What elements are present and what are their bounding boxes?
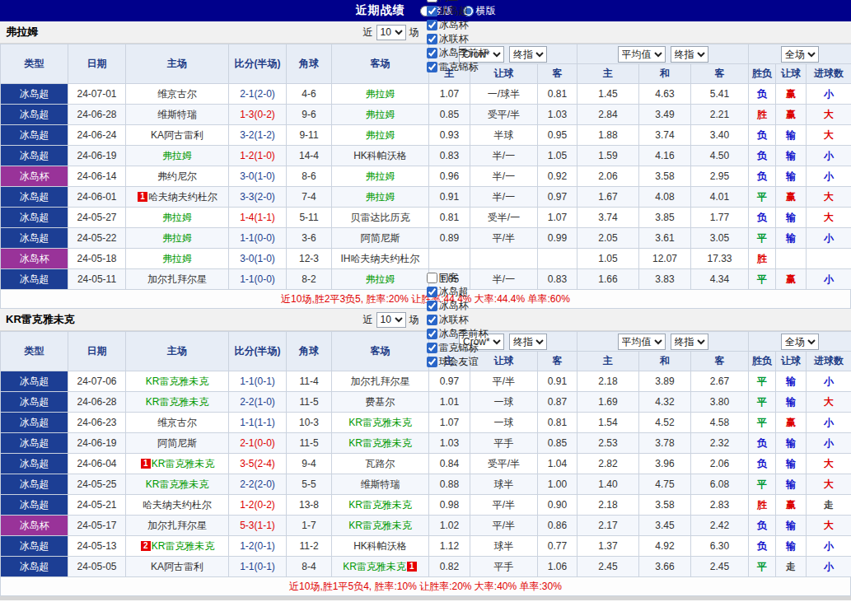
final-odds-select[interactable]: 终指 xyxy=(671,46,708,63)
away-team[interactable]: KR雷克雅未克 xyxy=(348,437,412,449)
away-team[interactable]: 加尔扎拜尔星 xyxy=(351,376,410,387)
filter-checkbox[interactable]: 同客 xyxy=(427,271,489,285)
result-goals: 大 xyxy=(807,105,851,125)
scope-select[interactable]: 全场 xyxy=(781,334,819,350)
away-team[interactable]: HK科帕沃格 xyxy=(353,150,407,161)
filter-checkbox-input[interactable] xyxy=(427,6,437,16)
home-team[interactable]: 阿简尼斯 xyxy=(157,437,197,449)
avg-select[interactable]: 平均值 xyxy=(618,46,666,63)
home-team[interactable]: KR雷克雅未克 xyxy=(146,478,209,490)
home-team[interactable]: KR雷克雅未克 xyxy=(146,396,209,408)
filter-checkbox[interactable]: 冰岛季前杯 xyxy=(427,46,489,60)
away-team[interactable]: 贝雷达比历克 xyxy=(351,212,410,223)
match-row: 冰岛超24-06-011哈夫纳夫约杜尔3-3(2-0)7-4弗拉姆0.91半/一… xyxy=(1,187,851,208)
home-team[interactable]: 弗拉姆 xyxy=(162,253,192,264)
home-team[interactable]: KR雷克雅未克 xyxy=(146,376,209,387)
result-outcome: 平 xyxy=(749,228,776,249)
home-team[interactable]: 加尔扎拜尔星 xyxy=(147,520,207,531)
home-team[interactable]: KR雷克雅未克 xyxy=(152,458,215,469)
odds-away: 0.87 xyxy=(538,392,577,413)
away-team[interactable]: 弗拉姆 xyxy=(366,88,395,100)
corners-cell: 9-11 xyxy=(287,125,332,146)
filter-checkbox-input[interactable] xyxy=(427,48,437,58)
match-count-select[interactable]: 10 xyxy=(376,312,406,328)
filter-checkbox[interactable]: 冰岛超 xyxy=(427,285,489,299)
home-team[interactable]: 加尔扎拜尔星 xyxy=(147,273,207,285)
home-team[interactable]: 弗约尼尔 xyxy=(157,170,197,182)
home-team[interactable]: KA阿古雷利 xyxy=(151,129,203,141)
filter-checkbox-input[interactable] xyxy=(427,34,437,44)
away-team[interactable]: KR雷克雅未克 xyxy=(348,520,412,531)
filter-checkbox[interactable]: 冰联杯 xyxy=(427,32,489,46)
avg-select[interactable]: 平均值 xyxy=(618,334,666,350)
away-team[interactable]: IH哈夫纳夫约杜尔 xyxy=(341,253,420,264)
result-goals: 小 xyxy=(807,228,851,249)
home-team-cell: 弗拉姆 xyxy=(126,146,229,166)
result-goals: 大 xyxy=(807,516,851,536)
final-odds-select[interactable]: 终指 xyxy=(509,46,547,63)
away-team-cell: KR雷克雅未克 xyxy=(332,495,429,516)
filter-checkbox-input[interactable] xyxy=(427,343,437,353)
result-outcome: 胜 xyxy=(749,105,776,125)
away-team[interactable]: 瓦路尔 xyxy=(366,458,395,469)
filter-checkbox-input[interactable] xyxy=(427,0,437,2)
date-cell: 24-07-01 xyxy=(68,84,126,105)
filter-checkbox[interactable]: 球会友谊 xyxy=(427,355,489,369)
result-goals: 小 xyxy=(807,146,851,166)
away-team[interactable]: KR雷克雅未克 xyxy=(348,499,412,511)
home-team[interactable]: KA阿古雷利 xyxy=(151,561,203,572)
league-cell: 冰岛超 xyxy=(1,371,68,392)
home-team[interactable]: 弗拉姆 xyxy=(162,232,192,244)
away-team[interactable]: KR雷克雅未克 xyxy=(348,417,412,428)
avg-home: 2.45 xyxy=(577,557,639,577)
filter-checkbox-input[interactable] xyxy=(427,273,437,283)
away-team[interactable]: KR雷克雅未克 xyxy=(343,561,406,572)
away-team[interactable]: 维斯特瑞 xyxy=(361,478,400,490)
avg-away: 4.34 xyxy=(691,269,749,290)
home-team[interactable]: 维斯特瑞 xyxy=(157,109,197,120)
result-outcome: 平 xyxy=(749,371,776,392)
filter-checkbox-input[interactable] xyxy=(427,357,437,367)
away-team[interactable]: 弗拉姆 xyxy=(366,191,395,203)
filter-checkbox[interactable]: 冰联杯 xyxy=(427,313,489,327)
away-team[interactable]: 弗拉姆 xyxy=(366,170,395,182)
league-cell: 冰岛超 xyxy=(1,536,68,557)
filter-checkbox[interactable]: 冰岛杯 xyxy=(427,18,489,32)
league-cell: 冰岛超 xyxy=(1,228,68,249)
away-team[interactable]: 弗拉姆 xyxy=(366,129,395,141)
team-section: 弗拉姆 近 10 场 同主冰岛超冰岛杯冰联杯冰岛季前杯雷克锦标 类型日期主场比分… xyxy=(0,21,851,309)
filter-checkbox[interactable]: 雷克锦标 xyxy=(427,341,489,355)
filter-checkbox[interactable]: 雷克锦标 xyxy=(427,60,489,74)
final-odds-select[interactable]: 终指 xyxy=(671,334,708,350)
result-outcome: 负 xyxy=(749,516,776,536)
home-team[interactable]: 维京古尔 xyxy=(157,88,197,100)
filter-checkbox[interactable]: 冰岛杯 xyxy=(427,299,489,313)
result-handicap: 输 xyxy=(776,536,807,557)
filter-checkbox-input[interactable] xyxy=(427,20,437,30)
home-team[interactable]: 维京古尔 xyxy=(157,417,197,428)
filter-checkbox-input[interactable] xyxy=(427,62,437,72)
home-team[interactable]: 哈夫纳夫约杜尔 xyxy=(148,191,217,203)
final-odds-select[interactable]: 终指 xyxy=(509,334,547,350)
away-team[interactable]: 阿简尼斯 xyxy=(361,232,400,244)
home-team[interactable]: 哈夫纳夫约杜尔 xyxy=(143,499,212,511)
filter-checkbox-input[interactable] xyxy=(427,329,437,339)
match-count-select[interactable]: 10 xyxy=(376,25,406,40)
home-team[interactable]: KR雷克雅未克 xyxy=(152,540,215,552)
home-team[interactable]: 弗拉姆 xyxy=(162,150,192,161)
filter-checkbox-input[interactable] xyxy=(427,287,437,297)
avg-draw: 4.08 xyxy=(639,187,691,208)
odds-away: 0.86 xyxy=(538,516,577,536)
filter-checkbox[interactable]: 冰岛超 xyxy=(427,4,489,18)
filter-checkbox-input[interactable] xyxy=(427,301,437,311)
filter-checkbox-input[interactable] xyxy=(427,315,437,325)
away-team[interactable]: 弗拉姆 xyxy=(366,109,395,120)
avg-home: 2.18 xyxy=(577,371,639,392)
away-team[interactable]: 费基尔 xyxy=(366,396,395,408)
home-team[interactable]: 弗拉姆 xyxy=(162,212,192,223)
away-team[interactable]: HK科帕沃格 xyxy=(353,540,407,552)
odds-away: 0.77 xyxy=(538,536,577,557)
filter-checkbox[interactable]: 冰岛季前杯 xyxy=(427,327,489,341)
scope-select[interactable]: 全场 xyxy=(781,46,819,63)
avg-draw: 3.45 xyxy=(639,516,691,536)
